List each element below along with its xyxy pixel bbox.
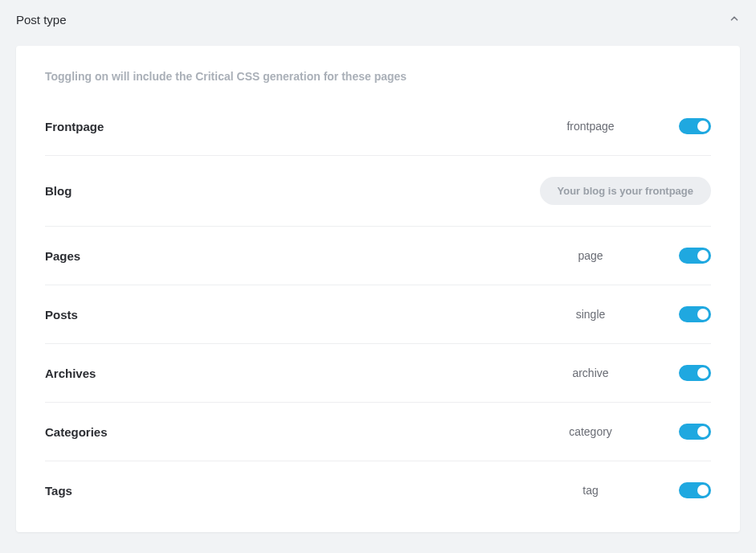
row-value: archive (526, 367, 655, 379)
toggle-switch[interactable] (679, 482, 711, 498)
toggle-switch[interactable] (679, 248, 711, 264)
row-value: page (526, 249, 655, 262)
row-control (671, 118, 711, 134)
toggle-switch[interactable] (679, 424, 711, 440)
toggle-knob (697, 426, 709, 437)
row-value: single (526, 308, 655, 321)
row-label: Frontpage (45, 120, 510, 133)
toggle-knob (697, 121, 709, 132)
settings-card: Toggling on will include the Critical CS… (16, 46, 740, 532)
setting-row: Pagespage (45, 227, 711, 285)
row-label: Archives (45, 367, 510, 380)
toggle-knob (697, 485, 709, 496)
setting-row: Frontpagefrontpage (45, 97, 711, 156)
row-label: Tags (45, 484, 510, 498)
row-control (671, 306, 711, 322)
setting-row: Postssingle (45, 285, 711, 344)
row-value: category (526, 425, 655, 438)
section-header: Post type (0, 0, 756, 38)
section-title: Post type (16, 13, 67, 27)
toggle-switch[interactable] (679, 118, 711, 134)
setting-row: Categoriescategory (45, 403, 711, 461)
toggle-switch[interactable] (679, 365, 711, 381)
row-label: Pages (45, 249, 510, 263)
row-label: Posts (45, 308, 510, 322)
toggle-knob (697, 309, 709, 320)
card-description: Toggling on will include the Critical CS… (45, 70, 711, 83)
row-control (671, 365, 711, 381)
setting-row: Tagstag (45, 461, 711, 519)
info-badge: Your blog is your frontpage (540, 177, 711, 205)
row-control (671, 424, 711, 440)
toggle-knob (697, 367, 709, 379)
setting-row: BlogYour blog is your frontpage (45, 156, 711, 227)
row-control: Your blog is your frontpage (540, 177, 711, 205)
row-value: frontpage (526, 120, 655, 133)
toggle-switch[interactable] (679, 306, 711, 322)
row-control (671, 482, 711, 498)
row-label: Categories (45, 425, 510, 439)
row-label: Blog (45, 184, 508, 198)
row-value: tag (526, 484, 655, 497)
row-control (671, 248, 711, 264)
toggle-knob (697, 250, 709, 261)
collapse-icon[interactable] (729, 13, 740, 27)
setting-row: Archivesarchive (45, 344, 711, 403)
